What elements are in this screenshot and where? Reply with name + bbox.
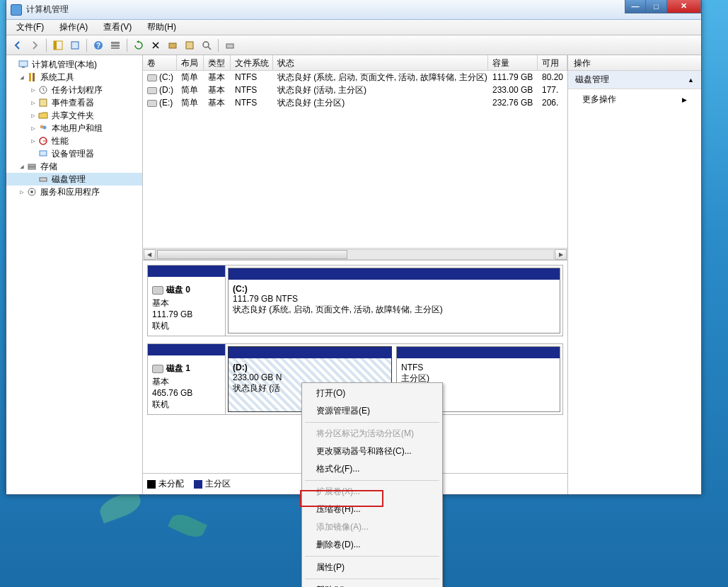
volume-block[interactable]: (C:)111.79 GB NTFS状态良好 (系统, 启动, 页面文件, 活动… (228, 268, 560, 334)
svg-rect-1 (54, 41, 57, 50)
scroll-thumb[interactable] (157, 250, 347, 259)
col-type[interactable]: 类型 (204, 55, 231, 70)
ctx-shrink[interactable]: 压缩卷(H)... (304, 501, 441, 518)
ctx-separator (305, 422, 439, 423)
tree-storage[interactable]: ◢ 存储 (6, 160, 142, 173)
expand-icon[interactable]: ▷ (29, 125, 37, 132)
tree-label: 系统工具 (40, 72, 74, 84)
tree-shared-folders[interactable]: ▷ 共享文件夹 (6, 109, 142, 122)
delete-icon[interactable] (149, 38, 163, 52)
svg-point-20 (43, 126, 47, 130)
forward-button[interactable] (28, 38, 42, 52)
actions-pane: 操作 磁盘管理 ▲ 更多操作 ▶ (568, 55, 701, 494)
properties-button[interactable] (68, 38, 82, 52)
rescan-icon[interactable] (166, 38, 180, 52)
disk-row[interactable]: 磁盘 0基本111.79 GB联机(C:)111.79 GB NTFS状态良好 … (147, 265, 563, 336)
svg-rect-26 (40, 178, 47, 181)
ctx-delete[interactable]: 删除卷(D)... (304, 536, 441, 554)
clock-icon (37, 84, 49, 96)
toolbar-separator (46, 39, 47, 52)
tree-performance[interactable]: ▷ 性能 (6, 135, 142, 147)
tree-label: 服务和应用程序 (40, 186, 100, 198)
svg-rect-9 (186, 42, 193, 49)
table-row[interactable]: (D:)简单基本NTFS状态良好 (活动, 主分区)233.00 GB177. (143, 84, 567, 96)
ctx-extend: 扩展卷(X)... (304, 483, 441, 501)
table-row[interactable]: (C:)简单基本NTFS状态良好 (系统, 启动, 页面文件, 活动, 故障转储… (143, 71, 567, 84)
svg-rect-13 (19, 61, 28, 67)
menu-view[interactable]: 查看(V) (99, 20, 136, 35)
col-volume[interactable]: 卷 (143, 55, 177, 70)
titlebar[interactable]: 计算机管理 — □ ✕ (6, 0, 701, 20)
expand-icon[interactable]: ▷ (29, 112, 37, 119)
col-status[interactable]: 状态 (273, 55, 488, 70)
app-icon (11, 4, 22, 16)
ctx-help[interactable]: 帮助(H) (304, 581, 441, 587)
collapse-icon[interactable]: ◢ (18, 163, 26, 170)
expand-icon[interactable]: ▷ (29, 99, 37, 106)
expand-icon[interactable]: ▷ (29, 86, 37, 93)
tree-label: 共享文件夹 (52, 110, 94, 122)
window-title: 计算机管理 (26, 4, 69, 16)
tree-task-scheduler[interactable]: ▷ 任务计划程序 (6, 84, 142, 96)
h-scrollbar[interactable]: ◀ ▶ (143, 248, 567, 260)
tools-icon (26, 72, 37, 83)
tree-event-viewer[interactable]: ▷ 事件查看器 (6, 96, 142, 109)
scroll-track[interactable] (156, 249, 554, 260)
actions-title: 操作 (568, 55, 701, 71)
toolbar-separator (218, 39, 219, 52)
scroll-right-button[interactable]: ▶ (555, 249, 567, 260)
actions-more[interactable]: 更多操作 ▶ (568, 89, 701, 110)
tree-device-manager[interactable]: 设备管理器 (6, 147, 142, 160)
actions-section[interactable]: 磁盘管理 ▲ (568, 71, 701, 89)
ctx-change-letter[interactable]: 更改驱动器号和路径(C)... (304, 443, 441, 460)
scroll-left-button[interactable]: ◀ (144, 249, 156, 260)
context-menu: 打开(O) 资源管理器(E) 将分区标记为活动分区(M) 更改驱动器号和路径(C… (301, 382, 443, 587)
volume-table-body[interactable]: (C:)简单基本NTFS状态良好 (系统, 启动, 页面文件, 活动, 故障转储… (143, 71, 567, 248)
refresh-button[interactable] (132, 38, 146, 52)
settings-icon[interactable] (223, 38, 237, 52)
maximize-button[interactable]: □ (646, 0, 667, 13)
ctx-separator (305, 556, 439, 557)
svg-point-10 (203, 42, 209, 47)
col-layout[interactable]: 布局 (177, 55, 204, 70)
tree-label: 计算机管理(本地) (32, 59, 97, 71)
collapse-icon[interactable]: ◢ (18, 74, 26, 81)
tree-root[interactable]: 计算机管理(本地) (6, 58, 142, 71)
ctx-open[interactable]: 打开(O) (304, 384, 441, 402)
view-list-button[interactable] (108, 38, 122, 52)
tree-disk-management[interactable]: 磁盘管理 (6, 173, 142, 186)
disk-icon (37, 173, 49, 185)
tree-services[interactable]: ▷ 服务和应用程序 (6, 186, 142, 198)
nav-tree[interactable]: 计算机管理(本地) ◢ 系统工具 ▷ 任务计划程序 ▷ 事件查看器 ▷ 共享文件… (6, 55, 143, 494)
table-row[interactable]: (E:)简单基本NTFS状态良好 (主分区)232.76 GB206. (143, 96, 567, 109)
menubar: 文件(F) 操作(A) 查看(V) 帮助(H) (6, 20, 701, 35)
menu-action[interactable]: 操作(A) (55, 20, 92, 35)
close-button[interactable]: ✕ (667, 0, 701, 13)
event-icon (37, 97, 49, 108)
ctx-properties[interactable]: 属性(P) (304, 559, 441, 576)
drive-icon (147, 74, 157, 81)
help-button[interactable]: ? (91, 38, 105, 52)
col-free[interactable]: 可用 (538, 55, 567, 70)
services-icon (26, 186, 37, 198)
tree-local-users[interactable]: ▷ 本地用户和组 (6, 122, 142, 135)
col-capacity[interactable]: 容量 (488, 55, 538, 70)
ctx-format[interactable]: 格式化(F)... (304, 460, 441, 478)
ctx-explorer[interactable]: 资源管理器(E) (304, 402, 441, 420)
action-icon-1[interactable] (183, 38, 197, 52)
svg-rect-2 (71, 42, 79, 49)
search-icon[interactable] (200, 38, 214, 52)
show-hide-tree-button[interactable] (51, 38, 65, 52)
back-button[interactable] (11, 38, 25, 52)
expand-icon[interactable]: ▷ (18, 188, 26, 195)
legend-swatch-black (147, 480, 156, 489)
menu-help[interactable]: 帮助(H) (143, 20, 180, 35)
expand-icon[interactable]: ▷ (29, 137, 37, 144)
minimize-button[interactable]: — (625, 0, 646, 13)
tree-label: 磁盘管理 (52, 173, 86, 186)
col-fs[interactable]: 文件系统 (231, 55, 273, 70)
menu-file[interactable]: 文件(F) (12, 20, 48, 35)
tree-system-tools[interactable]: ◢ 系统工具 (6, 71, 142, 84)
actions-section-label: 磁盘管理 (575, 74, 609, 86)
ctx-add-mirror: 添加镜像(A)... (304, 518, 441, 536)
